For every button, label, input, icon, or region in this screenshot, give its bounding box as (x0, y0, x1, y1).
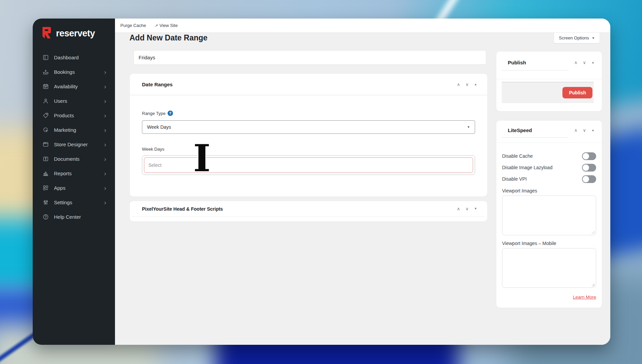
collapse-icon[interactable]: ▲ (474, 83, 477, 86)
panel-controls: ∧ ∨ ▲ (574, 60, 594, 65)
disable-cache-row: Disable Cache (502, 150, 596, 162)
sidebar-item-label: Dashboard (54, 55, 79, 60)
litespeed-body: Disable Cache Disable Image Lazyload Dis… (496, 143, 602, 300)
move-down-icon[interactable]: ∨ (583, 128, 586, 132)
range-type-selected-value: Week Days (147, 124, 171, 130)
move-up-icon[interactable]: ∧ (574, 128, 578, 132)
collapse-icon[interactable]: ▲ (591, 129, 594, 132)
sidebar-item-users[interactable]: Users › (33, 94, 115, 108)
sidebar-item-availability[interactable]: Availability › (33, 79, 115, 94)
resize-grip-icon[interactable] (591, 283, 595, 286)
range-type-label-text: Range Type (142, 111, 166, 116)
panel-controls: ∧ ∨ ▲ (574, 128, 594, 132)
settings-icon (42, 199, 49, 206)
screen-options-button[interactable]: Screen Options ▼ (554, 33, 600, 43)
disable-image-lazyload-row: Disable Image Lazyload (502, 162, 596, 173)
sidebar-nav: Dashboard Bookings › Availability › (33, 43, 115, 224)
publish-footer: Publish (502, 82, 594, 103)
collapse-icon[interactable]: ▼ (474, 207, 477, 210)
purge-cache-label: Purge Cache (120, 23, 146, 28)
reservety-logo-icon (41, 27, 52, 40)
viewport-images-label: Viewport Images (502, 188, 596, 193)
move-down-icon[interactable]: ∨ (466, 207, 469, 211)
move-up-icon[interactable]: ∧ (457, 207, 460, 211)
sidebar-item-label: Bookings (54, 69, 75, 75)
collapse-icon[interactable]: ▲ (591, 61, 594, 64)
chevron-right-icon: › (104, 112, 106, 119)
sidebar-item-help-center[interactable]: Help Center (33, 210, 115, 224)
chevron-right-icon: › (104, 127, 106, 133)
learn-more-row: Learn More (502, 295, 596, 300)
help-icon[interactable]: ? (168, 111, 173, 116)
sidebar-item-store-designer[interactable]: Store Designer › (33, 137, 115, 152)
screen-options-label: Screen Options (559, 35, 589, 40)
viewport-images-textarea[interactable] (502, 195, 596, 235)
disable-image-lazyload-label: Disable Image Lazyload (502, 165, 552, 170)
disable-vpi-toggle[interactable] (582, 175, 596, 183)
sidebar-item-apps[interactable]: Apps › (33, 181, 115, 195)
move-up-icon[interactable]: ∧ (457, 82, 460, 87)
sidebar-item-label: Help Center (54, 214, 81, 220)
sidebar-item-reports[interactable]: Reports › (33, 166, 115, 181)
reports-icon (42, 170, 49, 177)
external-link-icon: ↗ (155, 23, 158, 28)
date-ranges-panel: Date Ranges ∧ ∨ ▲ Range Type ? Week Days… (130, 74, 487, 196)
logo-text: reservety (56, 28, 95, 39)
move-down-icon[interactable]: ∨ (466, 82, 469, 87)
main-area: Purge Cache ↗ View Site Screen Options ▼… (115, 19, 610, 345)
week-days-label: Week Days (142, 146, 475, 152)
help-center-icon (42, 214, 49, 220)
disable-vpi-row: Disable VPI (502, 173, 596, 185)
sidebar: reservety Dashboard Bookings › Av (33, 19, 115, 345)
documents-icon (42, 156, 49, 162)
week-days-multiselect-input[interactable]: Select (144, 157, 473, 173)
sidebar-item-marketing[interactable]: Marketing › (33, 123, 115, 137)
panel-controls: ∧ ∨ ▲ (457, 82, 477, 87)
admin-topbar: Purge Cache ↗ View Site (115, 19, 610, 33)
products-icon (42, 112, 49, 119)
marketing-icon (42, 127, 49, 133)
publish-header: Publish ∧ ∨ ▲ (496, 52, 602, 65)
date-ranges-header: Date Ranges ∧ ∨ ▲ (130, 74, 487, 95)
users-icon (42, 98, 49, 104)
divider (502, 70, 568, 71)
pixelyoursite-panel: PixelYourSite Head & Footer Scripts ∧ ∨ … (130, 201, 487, 221)
chevron-right-icon: › (104, 199, 106, 206)
view-site-label: View Site (159, 23, 178, 28)
pixelyoursite-title: PixelYourSite Head & Footer Scripts (142, 206, 223, 212)
view-site-link[interactable]: ↗ View Site (155, 23, 178, 28)
range-type-label: Range Type ? (142, 110, 475, 116)
pixelyoursite-header: PixelYourSite Head & Footer Scripts ∧ ∨ … (130, 201, 487, 216)
move-up-icon[interactable]: ∧ (574, 60, 578, 65)
sidebar-item-settings[interactable]: Settings › (33, 195, 115, 210)
date-range-title-input[interactable] (134, 50, 486, 65)
purge-cache-link[interactable]: Purge Cache (120, 23, 146, 28)
sidebar-item-documents[interactable]: Documents › (33, 152, 115, 166)
learn-more-link[interactable]: Learn More (573, 295, 596, 300)
sidebar-item-label: Settings (54, 200, 72, 205)
publish-button[interactable]: Publish (562, 87, 592, 98)
move-down-icon[interactable]: ∨ (583, 60, 586, 65)
chevron-right-icon: › (104, 156, 106, 162)
disable-vpi-label: Disable VPI (502, 176, 527, 182)
divider (502, 137, 568, 138)
dashboard-icon (42, 54, 49, 61)
sidebar-item-label: Store Designer (54, 142, 88, 147)
disable-cache-toggle[interactable] (582, 152, 596, 160)
sidebar-item-label: Products (54, 113, 74, 118)
sidebar-item-products[interactable]: Products › (33, 108, 115, 123)
sidebar-item-label: Reports (54, 171, 72, 176)
range-type-select[interactable]: Week Days ▼ (142, 120, 475, 134)
sidebar-item-bookings[interactable]: Bookings › (33, 65, 115, 79)
litespeed-title: LiteSpeed (508, 127, 532, 133)
resize-grip-icon[interactable] (591, 231, 595, 234)
viewport-images-mobile-textarea[interactable] (502, 248, 596, 288)
chevron-right-icon: › (104, 141, 106, 148)
week-days-multiselect[interactable]: Select (142, 155, 475, 175)
sidebar-item-dashboard[interactable]: Dashboard (33, 50, 115, 65)
bookings-icon (42, 69, 49, 75)
disable-image-lazyload-toggle[interactable] (582, 164, 596, 172)
logo[interactable]: reservety (33, 19, 115, 43)
chevron-right-icon: › (104, 185, 106, 191)
caret-down-icon: ▼ (592, 36, 595, 40)
